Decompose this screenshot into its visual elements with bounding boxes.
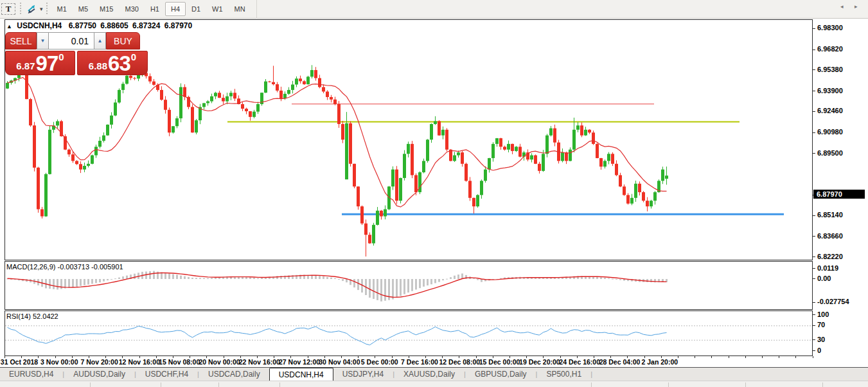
chart-tab-xauusd[interactable]: XAUUSD,Daily: [394, 368, 464, 381]
date-axis-label: 30 Nov 04:00: [319, 358, 360, 366]
axis-tick: [813, 28, 815, 29]
date-tick: [795, 356, 796, 358]
axis-tick: [813, 350, 815, 351]
macd-signal-value: -0.005901: [91, 263, 123, 271]
axis-tick: [813, 236, 815, 237]
toolbar-grip[interactable]: [45, 3, 49, 15]
date-axis-label: 2 Jan 20:00: [641, 358, 678, 366]
date-axis-label: 22 Nov 16:00: [239, 358, 280, 366]
price-axis-label: 6.83660: [817, 232, 843, 240]
axis-tick: [813, 132, 815, 133]
tab-scroll-left-icon[interactable]: ◂: [840, 3, 844, 10]
ohlc-high: 6.88605: [100, 21, 128, 30]
ohlc-low: 6.87324: [132, 21, 160, 30]
date-tick: [813, 356, 813, 358]
buy-price-pips: 63: [108, 54, 130, 73]
timeframe-toolbar: M1M5M15M30H1H4D1W1MN: [51, 0, 257, 19]
date-tick: [711, 356, 712, 358]
price-axis-label: 6.85140: [817, 211, 843, 219]
timeframe-button-h4[interactable]: H4: [165, 2, 186, 16]
buy-price-point: 0: [131, 53, 136, 61]
chart-symbol: USDCNH,H4: [17, 21, 62, 30]
toolbar-grip[interactable]: [18, 3, 22, 15]
timeframe-button-m5[interactable]: M5: [73, 2, 94, 16]
macd-indicator-pane[interactable]: [4, 261, 813, 310]
top-toolbar: T ▾ M1M5M15M30H1H4D1W1MN: [0, 0, 868, 19]
buy-button[interactable]: BUY: [106, 32, 140, 50]
status-strip: [0, 381, 868, 387]
arrows-dropdown-caret[interactable]: ▾: [40, 6, 43, 12]
date-axis-label: 5 Dec 00:00: [361, 358, 398, 366]
sell-price-base: 6.87: [16, 59, 35, 73]
status-separator: [668, 382, 669, 387]
chart-tab-usdchf[interactable]: USDCHF,H4: [136, 368, 197, 381]
date-axis-label: 15 Nov 08:00: [159, 358, 200, 366]
timeframe-button-w1[interactable]: W1: [206, 2, 229, 16]
tab-scroll-right-icon[interactable]: ▸: [855, 3, 858, 10]
macd-value: -0.003713: [57, 263, 89, 271]
date-tick: [745, 356, 746, 358]
one-click-trade-panel: SELL ▼ ▲ BUY 6.87 97 0 6.88 63 0: [5, 32, 148, 75]
chart-tab-usdcad[interactable]: USDCAD,Daily: [199, 368, 269, 381]
rsi-value: 52.0422: [33, 312, 58, 320]
date-axis-label: 7 Dec 16:00: [401, 358, 438, 366]
macd-axis-label: -0.027754: [817, 298, 849, 305]
timeframe-button-m1[interactable]: M1: [51, 2, 73, 16]
price-axis-label: 6.92460: [817, 107, 843, 114]
date-axis[interactable]: 31 Oct 20183 Nov 00:007 Nov 20:0012 Nov …: [4, 356, 813, 367]
date-axis-label: 24 Dec 16:00: [559, 358, 600, 366]
price-axis[interactable]: 6.983006.968206.953806.939006.924606.909…: [813, 19, 868, 356]
buy-price-display[interactable]: 6.88 63 0: [77, 51, 148, 75]
axis-tick: [813, 339, 815, 340]
chart-tab-usdcnh[interactable]: USDCNH,H4: [269, 368, 333, 381]
price-axis-label: 6.82220: [817, 253, 843, 260]
date-axis-label: 27 Nov 12:00: [279, 358, 320, 366]
date-tick: [729, 356, 729, 358]
timeframe-button-m15[interactable]: M15: [94, 2, 119, 16]
status-separator: [218, 382, 219, 387]
chart-tab-gbpusd[interactable]: GBPUSD,Daily: [466, 368, 536, 381]
axis-tick: [813, 215, 815, 216]
date-axis-label: 12 Dec 08:00: [439, 358, 480, 366]
collapse-triangle-icon[interactable]: ▲: [6, 23, 12, 30]
axis-tick: [813, 268, 815, 269]
status-separator: [745, 382, 746, 387]
chart-tab-sp500[interactable]: SP500,H1: [537, 368, 590, 381]
date-axis-label: 15 Dec 00:00: [479, 358, 520, 366]
current-price-tag: 6.87970: [813, 190, 865, 199]
axis-tick: [813, 153, 815, 154]
sell-price-point: 0: [58, 53, 64, 61]
volume-decrease-button[interactable]: ▼: [37, 32, 49, 50]
sell-price-pips: 97: [36, 54, 58, 73]
sell-price-display[interactable]: 6.87 97 0: [5, 51, 75, 75]
rsi-indicator-pane[interactable]: [4, 310, 813, 356]
date-tick: [762, 356, 763, 358]
chart-tab-eurusd[interactable]: EURUSD,H4: [0, 368, 62, 381]
status-separator: [90, 382, 91, 387]
timeframe-button-h1[interactable]: H1: [145, 2, 165, 16]
chart-tab-audusd[interactable]: AUDUSD,Daily: [64, 368, 134, 381]
date-axis-label: 28 Dec 04:00: [599, 358, 641, 366]
moving-average-line: [8, 77, 667, 207]
timeframe-button-m30[interactable]: M30: [120, 2, 145, 16]
ohlc-open: 6.87750: [69, 21, 96, 30]
volume-increase-button[interactable]: ▲: [94, 32, 106, 50]
text-tool-icon[interactable]: T: [1, 3, 15, 15]
rsi-axis-label: 100: [817, 310, 829, 318]
sell-button[interactable]: SELL: [5, 32, 37, 50]
axis-tick: [813, 111, 815, 112]
buy-price-base: 6.88: [89, 59, 107, 73]
status-separator: [279, 382, 280, 387]
status-separator: [161, 382, 161, 387]
chart-tab-bar: EURUSD,H4|AUDUSD,Daily|USDCHF,H4|USDCAD,…: [0, 367, 868, 381]
chart-tab-usdjpy[interactable]: USDJPY,H4: [333, 368, 393, 381]
axis-tick: [813, 278, 815, 279]
volume-input[interactable]: [49, 32, 94, 50]
timeframe-button-mn[interactable]: MN: [229, 2, 251, 16]
rsi-axis-label: 30: [817, 336, 825, 343]
date-axis-label: 7 Nov 20:00: [80, 358, 118, 366]
price-axis-label: 6.98300: [817, 24, 843, 32]
rsi-axis-label: 0: [817, 346, 821, 354]
arrows-tool-icon[interactable]: [25, 3, 38, 15]
timeframe-button-d1[interactable]: D1: [186, 2, 206, 16]
